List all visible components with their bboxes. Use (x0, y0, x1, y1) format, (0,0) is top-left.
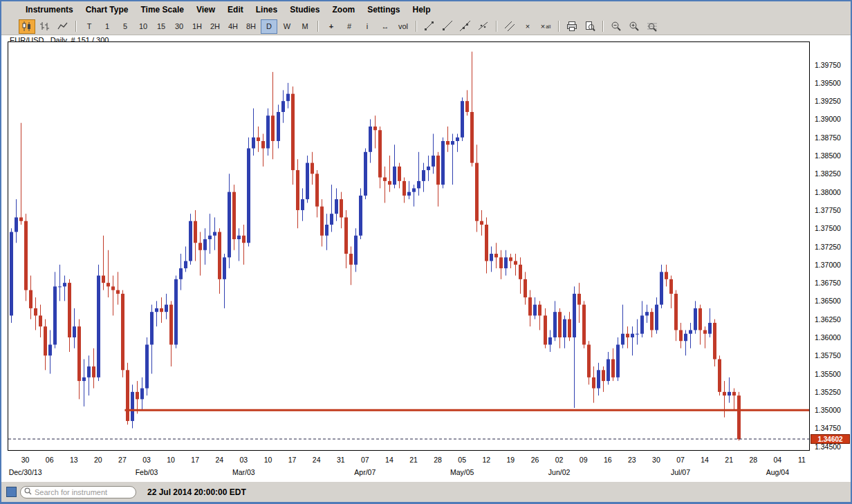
toolbar: T151015301H2H4H8HDWM+#i↔vol××all (1, 18, 851, 35)
search-input[interactable] (20, 486, 136, 498)
info-button[interactable]: i (359, 19, 376, 34)
menu-item-studies[interactable]: Studies (284, 5, 326, 15)
menu-item-settings[interactable]: Settings (361, 5, 406, 15)
clock: 22 Jul 2014 20:00:00 EDT (147, 487, 246, 497)
zoom-out-icon (611, 21, 622, 32)
date-label: 04 (774, 456, 782, 464)
print-preview-button[interactable] (582, 19, 598, 34)
date-label: 02 (555, 456, 564, 464)
timeframe-1h-button[interactable]: 1H (189, 19, 205, 34)
zoom-fit-button[interactable] (644, 19, 660, 34)
date-label: 24 (215, 456, 223, 464)
menu-item-zoom[interactable]: Zoom (326, 5, 361, 15)
menu-item-instruments[interactable]: Instruments (19, 5, 80, 15)
date-label: 17 (191, 456, 199, 464)
menu-bar: InstrumentsChart TypeTime ScaleViewEditL… (1, 1, 851, 18)
toolbar-separator (602, 21, 604, 32)
parallel-lines-button[interactable] (501, 19, 518, 34)
date-label: 30 (21, 456, 30, 464)
zoom-in-icon (629, 21, 640, 32)
regression-line-icon (478, 21, 489, 32)
line-chart-button[interactable] (55, 19, 71, 34)
zoom-out-button[interactable] (608, 19, 624, 34)
chart-plot[interactable] (8, 42, 809, 450)
period-w-button[interactable]: W (279, 19, 295, 34)
menu-item-time-scale[interactable]: Time Scale (134, 5, 189, 15)
toolbar-separator (558, 21, 559, 32)
price-label: 1.35000 (815, 406, 841, 414)
price-label: 1.34750 (815, 424, 841, 432)
trend-line-icon (424, 21, 435, 32)
ohlc-bar-chart-button[interactable] (37, 19, 53, 34)
price-label: 1.37500 (815, 224, 841, 232)
timeframe-4h-button[interactable]: 4H (225, 19, 241, 34)
month-label: Aug/04 (766, 468, 789, 476)
month-label: Dec/30/13 (9, 468, 42, 476)
candlestick-chart-button[interactable] (19, 19, 35, 34)
toolbar-separator (75, 21, 77, 32)
time-axis[interactable]: 3006132027031017240310172431071421280512… (8, 450, 809, 481)
timeframe-15-button[interactable]: 15 (153, 19, 169, 34)
zoom-in-button[interactable] (626, 19, 642, 34)
timeframe-10-button[interactable]: 10 (135, 19, 151, 34)
menu-item-lines[interactable]: Lines (250, 5, 284, 15)
instrument-color-indicator (6, 487, 17, 497)
date-label: 17 (288, 456, 297, 464)
price-label: 1.38000 (815, 188, 841, 196)
date-label: 31 (337, 456, 345, 464)
trend-line-button[interactable] (421, 19, 438, 34)
date-label: 23 (628, 456, 636, 464)
menu-item-edit[interactable]: Edit (221, 5, 250, 15)
toolbar-separator (317, 21, 319, 32)
timeframe-5-button[interactable]: 5 (117, 19, 133, 34)
search-icon (24, 487, 32, 495)
date-label: 13 (70, 456, 78, 464)
timeframe-2h-button[interactable]: 2H (207, 19, 223, 34)
menu-item-view[interactable]: View (190, 5, 221, 15)
date-label: 07 (361, 456, 369, 464)
extended-line-button[interactable] (457, 19, 474, 34)
instrument-search (20, 485, 136, 498)
zoom-fit-icon (647, 21, 658, 32)
date-label: 07 (676, 456, 685, 464)
price-label: 1.38500 (815, 151, 841, 160)
crosshair-button[interactable]: + (323, 19, 340, 34)
chart-plot-frame (8, 41, 810, 451)
delete-line-button[interactable]: × (519, 19, 536, 34)
timeframe-1-button[interactable]: 1 (99, 19, 115, 34)
price-label: 1.37750 (815, 206, 841, 214)
menu-item-help[interactable]: Help (406, 5, 436, 15)
date-label: 12 (482, 456, 490, 464)
line-chart-icon (57, 21, 68, 32)
price-label: 1.39250 (815, 97, 841, 105)
price-label: 1.35500 (815, 370, 841, 378)
last-price-value: 1.34602 (817, 436, 842, 443)
delete-all-lines-button[interactable]: ×all (537, 19, 554, 34)
date-label: 03 (240, 456, 248, 464)
ray-line-icon (442, 21, 453, 32)
grid-button[interactable]: # (341, 19, 358, 34)
price-label: 1.36750 (815, 279, 841, 287)
price-axis[interactable]: 1.397501.395001.392501.390001.387501.385… (809, 35, 852, 481)
ray-line-button[interactable] (439, 19, 456, 34)
regression-line-button[interactable] (475, 19, 492, 34)
expand-horizontal-button[interactable]: ↔ (377, 19, 393, 34)
timeframe-t-button[interactable]: T (81, 19, 98, 34)
month-label: Jun/02 (548, 468, 571, 476)
date-label: 10 (264, 456, 272, 464)
date-label: 30 (652, 456, 660, 464)
print-button[interactable] (564, 19, 580, 34)
date-label: 21 (409, 456, 418, 464)
volume-button[interactable]: vol (395, 19, 411, 34)
menu-item-chart-type[interactable]: Chart Type (80, 5, 135, 15)
ohlc-bar-chart-icon (39, 21, 50, 32)
date-label: 19 (507, 456, 515, 464)
date-label: 27 (118, 456, 127, 464)
period-d-button[interactable]: D (261, 19, 277, 34)
delete-all-lines-button-suffix: all (546, 24, 550, 29)
period-m-button[interactable]: M (297, 19, 313, 34)
price-label: 1.38750 (815, 133, 841, 142)
timeframe-8h-button[interactable]: 8H (243, 19, 259, 34)
month-label: Apr/07 (354, 468, 376, 476)
timeframe-30-button[interactable]: 30 (171, 19, 187, 34)
